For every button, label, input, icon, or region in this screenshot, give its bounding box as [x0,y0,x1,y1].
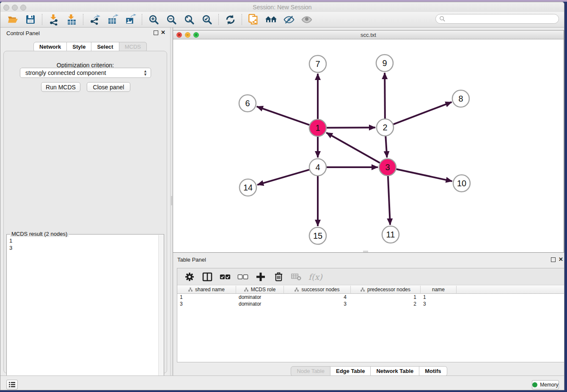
node-11[interactable]: 11 [382,226,399,243]
zoom-fit-icon[interactable] [183,13,195,26]
edge-3-1[interactable] [326,133,380,163]
edge-4-14[interactable] [257,170,309,185]
column-header-successor-nodes[interactable]: successor nodes [284,286,351,294]
edge-3-11[interactable] [388,176,390,225]
mcds-result-label: MCDS result (2 nodes) [10,231,69,237]
hide-selected-eye-icon[interactable] [283,13,295,26]
node-1[interactable]: 1 [309,119,326,136]
edge-1-6[interactable] [257,107,309,125]
table-cell[interactable]: dominator [236,294,284,301]
export-table-icon[interactable] [106,13,119,26]
mcds-result-list: 13 [9,237,12,251]
run-mcds-button[interactable]: Run MCDS [41,82,80,92]
edge-3-10[interactable] [396,169,452,181]
select-all-icon[interactable] [219,271,231,283]
node-label: 8 [458,94,463,103]
delete-row-icon[interactable] [272,271,285,283]
table-cell[interactable]: 3 [177,301,236,307]
node-label: 2 [383,123,387,132]
node-4[interactable]: 4 [309,159,326,176]
toolbar-separator [142,14,142,25]
tree-icon [361,287,365,292]
node-label: 9 [382,58,387,68]
node-14[interactable]: 14 [239,179,256,196]
node-label: 1 [315,123,320,133]
tab-motifs[interactable]: Motifs [419,366,447,376]
node-2[interactable]: 2 [377,119,394,136]
zoom-in-icon[interactable] [147,13,160,26]
column-panel-icon[interactable] [201,271,214,283]
delete-table-icon[interactable] [290,271,303,283]
export-image-icon[interactable] [124,13,137,26]
table-cell[interactable]: 1 [177,294,236,301]
import-table-icon[interactable] [65,13,78,26]
node-8[interactable]: 8 [452,90,469,107]
save-icon[interactable] [24,13,37,26]
network-window-title: scc.txt [173,32,564,38]
memory-button[interactable]: Memory [532,380,559,389]
control-panel-float-icon[interactable] [154,30,158,35]
node-10[interactable]: 10 [453,175,470,192]
search-input[interactable] [435,14,559,24]
network-window-titlebar: ✕ − + scc.txt [173,30,564,39]
table-cell[interactable]: 3 [421,301,457,307]
table-row[interactable]: 1dominator411 [177,294,564,301]
zoom-selected-icon[interactable] [201,13,213,26]
network-window: ✕ − + scc.txt 7968124314101511 [173,30,564,253]
deselect-all-icon[interactable] [237,271,249,283]
status-bar: Memory [0,375,564,390]
edge-1-2[interactable] [327,127,375,128]
edge-2-8[interactable] [394,102,452,124]
open-folder-icon[interactable] [6,13,19,26]
toolbar-separator [83,14,83,25]
close-panel-button[interactable]: Close panel [87,82,130,92]
toolbar-separator [242,14,242,25]
column-header-name[interactable]: name [421,286,457,294]
node-label: 4 [315,163,320,172]
node-table-container: f(x) shared nameMCDS rolesuccessor nodes… [177,268,564,362]
column-header-predecessor-nodes[interactable]: predecessor nodes [351,286,421,294]
column-header-shared-name[interactable]: shared name [177,286,236,294]
refresh-icon[interactable] [224,13,237,26]
tab-node-table[interactable]: Node Table [291,366,330,376]
table-cell[interactable]: 1 [351,294,421,301]
toolbar-separator [42,14,42,25]
zoom-out-icon[interactable] [165,13,178,26]
import-network-icon[interactable] [47,13,60,26]
node-3[interactable]: 3 [379,159,396,176]
network-graph[interactable]: 7968124314101511 [173,39,564,252]
table-cell[interactable]: 3 [284,301,351,307]
tab-network-table[interactable]: Network Table [371,366,419,376]
edge-2-9[interactable] [385,73,385,119]
edge-2-3[interactable] [385,136,387,157]
node-15[interactable]: 15 [309,227,326,244]
add-row-icon[interactable] [254,271,267,283]
table-cell[interactable]: 2 [351,301,421,307]
result-scrollbar[interactable] [158,235,164,390]
app-title: Session: New Session [0,4,564,11]
control-panel-close-icon[interactable]: ✕ [161,29,165,36]
control-panel-header: Control Panel ✕ [0,28,170,39]
network-resize-grip[interactable] [363,251,368,252]
node-6[interactable]: 6 [239,95,256,112]
node-7[interactable]: 7 [309,55,326,72]
node-9[interactable]: 9 [376,55,393,72]
home-view-icon[interactable] [265,13,278,26]
task-history-button[interactable] [6,380,18,389]
settings-gear-icon[interactable] [183,271,196,283]
export-network-icon[interactable] [88,13,101,26]
clone-network-icon[interactable] [247,13,260,26]
table-panel-close-icon[interactable]: ✕ [559,256,563,262]
table-cell[interactable]: dominator [236,301,284,307]
function-builder-icon[interactable]: f(x) [308,272,322,282]
table-cell[interactable]: 4 [284,294,351,301]
tab-edge-table[interactable]: Edge Table [330,366,371,376]
node-label: 11 [386,230,395,239]
show-all-eye-icon[interactable] [300,13,313,26]
table-row[interactable]: 3dominator323 [177,301,564,307]
column-header-MCDS-role[interactable]: MCDS role [236,286,284,294]
table-cell[interactable]: 1 [421,294,457,301]
criterion-dropdown[interactable]: strongly connected component ▲▼ [20,68,151,78]
table-panel-float-icon[interactable] [551,257,556,262]
network-canvas[interactable]: 7968124314101511 [173,39,564,252]
